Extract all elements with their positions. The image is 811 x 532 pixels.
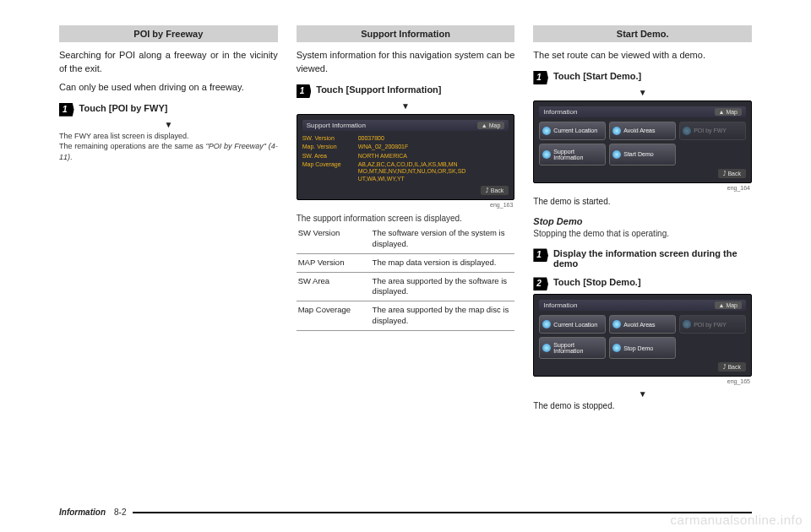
down-arrow-icon: ▼ bbox=[59, 120, 278, 129]
current-location-button[interactable]: Current Location bbox=[539, 315, 606, 334]
btn-label: Avoid Areas bbox=[623, 128, 655, 133]
btn-label: Avoid Areas bbox=[623, 322, 655, 328]
avoid-areas-button[interactable]: Avoid Areas bbox=[609, 122, 676, 140]
subheading-stop-demo: Stop Demo bbox=[533, 216, 752, 226]
figure-caption: eng_163 bbox=[297, 202, 514, 208]
btn-label: Stop Demo bbox=[623, 345, 653, 351]
step-row: 1 Display the information screen during … bbox=[533, 248, 752, 269]
poi-by-fwy-button: POI by FWY bbox=[679, 315, 746, 334]
stop-icon bbox=[612, 344, 621, 352]
text: The remaining operations are the same as bbox=[59, 142, 205, 150]
start-demo-button[interactable]: Start Demo bbox=[609, 144, 676, 166]
play-icon bbox=[612, 150, 621, 159]
info-icon bbox=[542, 150, 551, 159]
avoid-icon bbox=[612, 320, 621, 328]
back-button[interactable]: ⤴ Back bbox=[718, 362, 747, 372]
btn-label: Current Location bbox=[553, 128, 597, 133]
ss-label: SW. Version bbox=[302, 135, 353, 142]
footer-rule bbox=[133, 512, 752, 513]
heading-poi: POI by Freeway bbox=[59, 25, 278, 42]
poi-icon bbox=[683, 320, 691, 328]
heading-demo: Start Demo. bbox=[533, 25, 752, 42]
ss-titlebar: Information ▲ Map bbox=[539, 300, 746, 311]
map-button[interactable]: ▲ Map bbox=[715, 108, 743, 116]
definition: The area supported by the map disc is di… bbox=[371, 301, 515, 331]
ss-value: NORTH AMERICA bbox=[358, 153, 509, 160]
ss-value: AB,AZ,BC,CA,CO,ID,IL,IA,KS,MB,MN MO,MT,N… bbox=[358, 161, 509, 182]
down-arrow-icon: ▼ bbox=[533, 88, 752, 97]
step-number-icon: 1 bbox=[533, 248, 548, 262]
current-location-button[interactable]: Current Location bbox=[539, 122, 606, 140]
text: Stopping the demo that is operating. bbox=[533, 228, 752, 240]
btn-label: Support Information bbox=[553, 149, 602, 160]
step-number-icon: 1 bbox=[533, 71, 548, 84]
ss-value: WNA_02_200801F bbox=[358, 144, 509, 150]
step-row: 2 Touch [Stop Demo.] bbox=[533, 277, 752, 290]
definition: The map data version is displayed. bbox=[371, 253, 515, 272]
step-row: 1 Touch [Start Demo.] bbox=[533, 71, 752, 84]
map-button[interactable]: ▲ Map bbox=[715, 301, 743, 309]
step-number-icon: 1 bbox=[59, 103, 74, 117]
btn-label: POI by FWY bbox=[694, 128, 727, 133]
ss-label: Map. Version bbox=[302, 144, 353, 150]
support-info-button[interactable]: Support Information bbox=[539, 144, 606, 166]
column-support-info: Support Information System information f… bbox=[297, 25, 515, 418]
avoid-areas-button[interactable]: Avoid Areas bbox=[609, 315, 676, 334]
ss-title-text: Information bbox=[543, 108, 577, 116]
ss-value: 00037800 bbox=[358, 135, 509, 142]
ss-title-text: Information bbox=[543, 301, 577, 309]
definition-table: SW VersionThe software version of the sy… bbox=[297, 225, 515, 331]
heading-support: Support Information bbox=[297, 25, 515, 42]
info-icon bbox=[542, 344, 551, 352]
text: Searching for POI along a freeway or in … bbox=[59, 49, 278, 76]
text: The set route can be viewed with a demo. bbox=[533, 49, 752, 62]
back-button[interactable]: ⤴ Back bbox=[481, 186, 509, 195]
definition: The area supported by the software is di… bbox=[371, 272, 515, 301]
btn-label: POI by FWY bbox=[694, 322, 727, 328]
screenshot-info-start: Information ▲ Map Current Location Avoid… bbox=[533, 100, 752, 183]
term: Map Coverage bbox=[297, 301, 371, 331]
map-button[interactable]: ▲ Map bbox=[477, 122, 505, 129]
step-label: Touch [Support Information] bbox=[316, 84, 441, 95]
poi-by-fwy-button: POI by FWY bbox=[679, 122, 746, 140]
text: Can only be used when driving on a freew… bbox=[59, 81, 278, 95]
watermark: carmanualsonline.info bbox=[671, 513, 803, 527]
down-arrow-icon: ▼ bbox=[297, 101, 515, 111]
step-label: Touch [Start Demo.] bbox=[553, 71, 641, 81]
avoid-icon bbox=[612, 127, 621, 135]
ss-label: SW. Area bbox=[302, 153, 353, 160]
footer-section: Information bbox=[59, 508, 106, 517]
text: . bbox=[70, 153, 73, 161]
text: The demo is started. bbox=[533, 196, 752, 209]
fine-text: The remaining operations are the same as… bbox=[59, 141, 278, 162]
step-label: Touch [POI by FWY] bbox=[79, 103, 168, 113]
step-label: Display the information screen during th… bbox=[553, 248, 752, 269]
text: The demo is stopped. bbox=[533, 400, 752, 413]
ss-titlebar: Information ▲ Map bbox=[539, 106, 746, 117]
step-number-icon: 1 bbox=[297, 84, 312, 98]
support-info-button[interactable]: Support Information bbox=[539, 337, 606, 359]
ss-title-text: Support Information bbox=[307, 122, 366, 129]
step-row: 1 Touch [POI by FWY] bbox=[59, 103, 278, 117]
down-arrow-icon: ▼ bbox=[533, 389, 752, 399]
step-label: Touch [Stop Demo.] bbox=[553, 277, 641, 287]
step-row: 1 Touch [Support Information] bbox=[297, 84, 515, 98]
step-number-icon: 2 bbox=[533, 277, 548, 290]
text: The support information screen is displa… bbox=[297, 213, 515, 225]
btn-label: Current Location bbox=[553, 322, 597, 328]
btn-label: Support Information bbox=[553, 342, 602, 354]
location-icon bbox=[542, 320, 551, 328]
page-footer: Information 8-2 bbox=[59, 508, 752, 517]
location-icon bbox=[542, 127, 551, 135]
fine-text: The FWY area list screen is displayed. bbox=[59, 131, 278, 142]
btn-label: Start Demo bbox=[623, 151, 653, 157]
figure-caption: eng_164 bbox=[533, 185, 750, 191]
ss-label: Map Coverage bbox=[302, 161, 353, 182]
back-button[interactable]: ⤴ Back bbox=[718, 169, 747, 178]
term: MAP Version bbox=[297, 253, 371, 272]
stop-demo-button[interactable]: Stop Demo bbox=[609, 337, 676, 359]
term: SW Version bbox=[297, 225, 371, 253]
poi-icon bbox=[683, 127, 691, 135]
column-poi-freeway: POI by Freeway Searching for POI along a… bbox=[59, 25, 278, 418]
column-start-demo: Start Demo. The set route can be viewed … bbox=[533, 25, 752, 418]
